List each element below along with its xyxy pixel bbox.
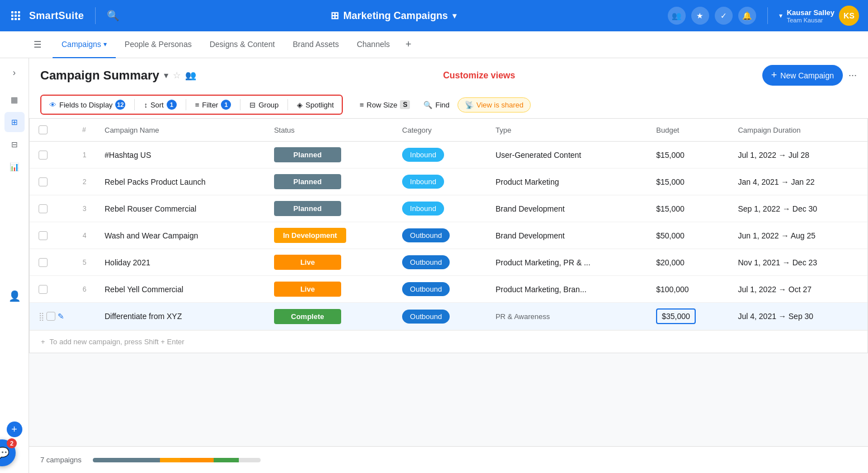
bell-icon[interactable]: 🔔 <box>738 7 756 25</box>
nav-divider <box>95 7 96 24</box>
campaign-name[interactable]: Rebel Packs Product Launch <box>96 168 265 195</box>
sidebar-icon-dashboard[interactable]: ▦ <box>4 90 25 110</box>
row-num: 1 <box>73 142 96 168</box>
campaigns-dropdown-icon[interactable]: ▾ <box>103 40 107 48</box>
category-cell: Inbound <box>393 168 487 195</box>
budget-cell: $35,000 <box>647 303 729 330</box>
status-cell: Complete <box>265 303 393 330</box>
status-badge: Planned <box>274 174 341 189</box>
status-cell: In Development <box>265 222 393 249</box>
row-checkbox[interactable] <box>39 258 48 267</box>
category-badge: Inbound <box>402 148 444 162</box>
more-options-button[interactable]: ··· <box>848 69 857 81</box>
type-cell: Brand Development <box>487 222 647 249</box>
select-all-checkbox[interactable] <box>39 125 48 134</box>
title-dropdown-icon[interactable]: ▾ <box>452 11 456 20</box>
user-dropdown-icon[interactable]: ▾ <box>779 12 782 20</box>
campaign-name[interactable]: Rebel Rouser Commercial <box>96 195 265 222</box>
user-team: Team Kausar <box>787 17 834 24</box>
main-layout: › ▦ ⊞ ⊟ 📊 👤 + Campaign Summary ▾ ☆ 👥 Cus… <box>0 58 868 473</box>
sidebar-icon-kanban[interactable]: ⊟ <box>4 134 25 154</box>
campaign-name[interactable]: Holiday 2021 <box>96 249 265 276</box>
row-checkbox[interactable] <box>39 151 48 160</box>
row-checkbox[interactable] <box>46 312 55 321</box>
star-icon[interactable]: ★ <box>691 7 709 25</box>
row-checkbox[interactable] <box>39 177 48 186</box>
type-cell: Product Marketing <box>487 168 647 195</box>
progress-bar <box>93 458 261 462</box>
toolbar-highlighted-group: 👁 Fields to Display 12 ↕ Sort 1 ≡ Filter <box>40 95 343 115</box>
row-actions-cell: ⣿ ✎ <box>30 303 73 330</box>
status-badge: Planned <box>274 201 341 216</box>
user-avatar[interactable]: KS <box>839 6 859 26</box>
favorite-icon[interactable]: ☆ <box>173 70 181 81</box>
duration-cell: Jul 1, 2022 → Jul 28 <box>729 142 867 168</box>
tab-channels[interactable]: Channels <box>348 31 399 58</box>
new-campaign-button[interactable]: + New Campaign <box>762 65 843 86</box>
group-button[interactable]: ⊟ Group <box>244 98 284 112</box>
row-size-button[interactable]: ≡ Row Size S <box>354 97 416 112</box>
add-row-button[interactable]: + To add new campaign, press Shift + Ent… <box>30 330 867 353</box>
tab-designs-content[interactable]: Designs & Content <box>201 31 284 58</box>
category-cell: Outbound <box>393 222 487 249</box>
table-row: ⣿ ✎ Differentiate from XYZ Complete Outb… <box>30 303 867 330</box>
nav-divider-2 <box>767 7 768 24</box>
col-status[interactable]: Status <box>265 119 393 142</box>
share-icon[interactable]: 👥 <box>185 70 196 81</box>
find-button[interactable]: 🔍 Find <box>418 98 455 112</box>
row-checkbox[interactable] <box>39 285 48 294</box>
sort-badge: 1 <box>167 100 177 110</box>
budget-cell: $50,000 <box>647 222 729 249</box>
page-title-dropdown[interactable]: ▾ <box>164 70 168 81</box>
duration-cell: Jan 4, 2021 → Jan 22 <box>729 168 867 195</box>
drag-handle[interactable]: ⣿ <box>39 312 44 321</box>
category-badge: Inbound <box>402 202 444 216</box>
category-cell: Outbound <box>393 276 487 303</box>
row-checkbox-cell <box>30 195 73 222</box>
add-tab-button[interactable]: + <box>399 39 418 50</box>
check-icon[interactable]: ✓ <box>715 7 733 25</box>
tab-brand-assets[interactable]: Brand Assets <box>284 31 348 58</box>
customize-label: Customize views <box>202 71 757 81</box>
sidebar-icon-chart[interactable]: 📊 <box>4 157 25 177</box>
sidebar-icon-person[interactable]: 👤 <box>4 286 25 306</box>
campaigns-count: 7 campaigns <box>40 456 82 464</box>
campaign-name[interactable]: Wash and Wear Campaign <box>96 222 265 249</box>
table-row: 1 #Hashtag US Planned Inbound User-Gener… <box>30 142 867 168</box>
campaign-name[interactable]: Differentiate from XYZ <box>96 303 265 330</box>
edit-icon[interactable]: ✎ <box>58 312 64 321</box>
row-checkbox[interactable] <box>39 231 48 240</box>
filter-button[interactable]: ≡ Filter 1 <box>190 97 237 113</box>
col-budget[interactable]: Budget <box>647 119 729 142</box>
campaign-name[interactable]: Rebel Yell Commercial <box>96 276 265 303</box>
view-shared-button[interactable]: 📡 View is shared <box>457 97 531 113</box>
app-logo: SmartSuite <box>29 10 84 22</box>
col-num: # <box>73 119 96 142</box>
app-title: ⊞ Marketing Campaigns ▾ <box>126 10 661 22</box>
grid-menu-icon[interactable] <box>9 9 22 22</box>
tab-people-personas[interactable]: People & Personas <box>116 31 201 58</box>
category-cell: Inbound <box>393 142 487 168</box>
tab-campaigns[interactable]: Campaigns ▾ <box>53 31 116 58</box>
row-checkbox[interactable] <box>39 204 48 213</box>
spotlight-button[interactable]: ◈ Spotlight <box>291 98 339 112</box>
people-icon[interactable]: 👥 <box>668 7 686 25</box>
fields-to-display-button[interactable]: 👁 Fields to Display 12 <box>44 97 131 113</box>
row-num <box>73 303 96 330</box>
col-category[interactable]: Category <box>393 119 487 142</box>
col-type[interactable]: Type <box>487 119 647 142</box>
table-row: 2 Rebel Packs Product Launch Planned Inb… <box>30 168 867 195</box>
col-duration[interactable]: Campaign Duration <box>729 119 867 142</box>
hamburger-icon[interactable]: ☰ <box>34 39 41 50</box>
sidebar-icon-grid[interactable]: ⊞ <box>4 112 25 132</box>
add-row-hint: To add new campaign, press Shift + Enter <box>50 338 185 346</box>
sidebar-toggle[interactable]: › <box>4 63 25 83</box>
col-campaign-name[interactable]: Campaign Name <box>96 119 265 142</box>
campaign-name[interactable]: #Hashtag US <box>96 142 265 168</box>
sort-button[interactable]: ↕ Sort 1 <box>138 97 182 113</box>
duration-cell: Jul 1, 2022 → Oct 27 <box>729 276 867 303</box>
type-cell: PR & Awareness <box>487 303 647 330</box>
search-icon[interactable]: 🔍 <box>107 10 119 22</box>
sidebar-add-button[interactable]: + <box>7 422 22 437</box>
filter-icon: ≡ <box>195 101 200 109</box>
